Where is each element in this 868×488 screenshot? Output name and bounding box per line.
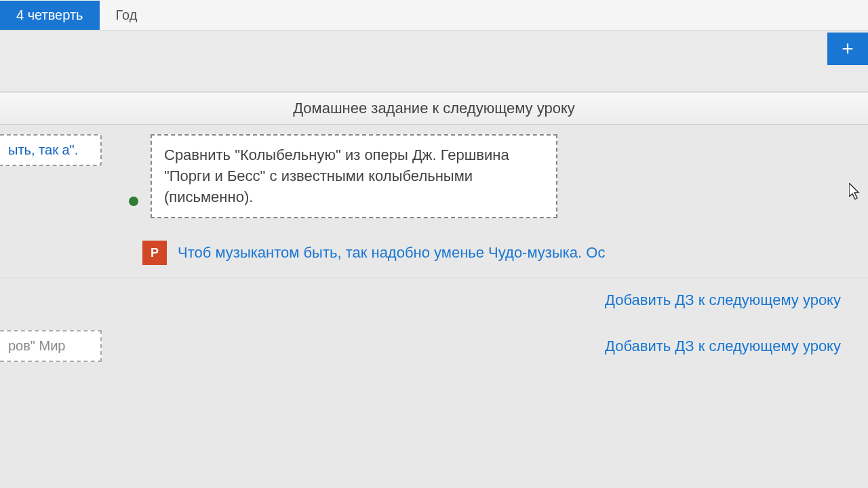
add-homework-link[interactable]: Добавить ДЗ к следующему уроку [605,291,841,308]
attachment-row: P Чтоб музыкантом быть, так надобно умен… [0,228,868,278]
tabs-bar: 4 четверть Год [0,0,868,31]
lesson-topic-cell-2[interactable]: ров" Мир [0,330,102,362]
attachment-link[interactable]: Чтоб музыкантом быть, так надобно уменье… [178,244,605,262]
homework-row-2: ров" Мир Добавить ДЗ к следующему уроку [0,323,868,369]
toolbar-spacer [0,31,868,92]
homework-text-box[interactable]: Сравнить "Колыбельную" из оперы Дж. Герш… [151,134,557,218]
powerpoint-icon: P [142,241,167,265]
tab-year[interactable]: Год [100,1,154,30]
tab-quarter-4[interactable]: 4 четверть [0,1,100,30]
homework-row: ыть, так а". Сравнить "Колыбельную" из о… [0,125,868,228]
lesson-topic-cell[interactable]: ыть, так а". [0,134,102,166]
add-homework-link-2[interactable]: Добавить ДЗ к следующему уроку [605,338,841,354]
cursor-icon [849,183,863,205]
status-dot-icon [129,197,138,206]
homework-section-header: Домашнее задание к следующему уроку [0,92,868,125]
add-button[interactable]: + [827,33,868,65]
action-row-1: Добавить ДЗ к следующему уроку [0,278,868,323]
